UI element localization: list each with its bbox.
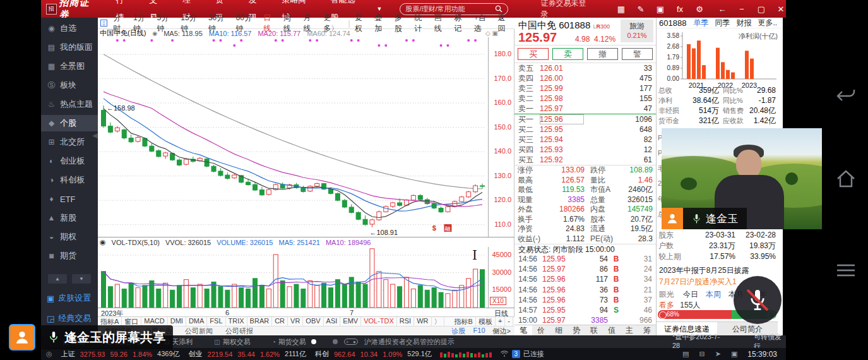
sidebar-item[interactable]: ▤ 我的版面 bbox=[41, 39, 98, 56]
sidebar-item[interactable]: ⊞ 北交所 bbox=[41, 134, 98, 150]
candlestick-chart[interactable]: ←158.98←108.91$融 bbox=[100, 37, 486, 237]
scroll-up-button[interactable]: ▲ bbox=[48, 274, 67, 284]
indicator-tab[interactable]: 〉 bbox=[432, 317, 444, 327]
fin-tab[interactable]: 更多.. bbox=[758, 18, 777, 28]
menu-caret-icon[interactable]: ▼ bbox=[370, 6, 388, 12]
quote-tab[interactable]: 笔 bbox=[514, 325, 532, 335]
sidebar-item[interactable]: ▲ 新股 bbox=[41, 210, 98, 226]
window-control-icon[interactable]: ✕ bbox=[776, 4, 786, 14]
bid-row[interactable]: 买三125.9482 bbox=[514, 135, 656, 145]
list-icon[interactable]: ▤ bbox=[682, 350, 689, 358]
nav-back-icon[interactable] bbox=[835, 85, 857, 105]
indicator-right-tab[interactable]: - bbox=[505, 317, 513, 327]
sidebar-item[interactable]: ◉ 自选 bbox=[41, 20, 98, 37]
titlebar-icon[interactable]: ▦ bbox=[616, 4, 626, 14]
bid-row[interactable]: 买一125.961096 bbox=[514, 114, 656, 124]
share-avatar[interactable] bbox=[9, 324, 35, 351]
trade-button[interactable]: 卖 bbox=[552, 48, 583, 60]
sector-badge[interactable]: 旅游 0.21% bbox=[621, 20, 653, 42]
sidebar-item[interactable]: ▦ 全景图 bbox=[41, 58, 98, 75]
indicator-tab[interactable]: DMA bbox=[186, 317, 207, 327]
presenter-video[interactable]: 逢金玉 bbox=[662, 128, 822, 229]
nav-menu-icon[interactable] bbox=[835, 263, 857, 278]
nav-home-icon[interactable] bbox=[835, 168, 857, 189]
indicator-right-tab[interactable]: 指标B bbox=[452, 317, 476, 327]
ask-row[interactable]: 卖二125.98155 bbox=[514, 93, 656, 104]
briefcase-icon[interactable]: ▣ bbox=[731, 350, 737, 358]
sidebar-item[interactable]: ◆ 个股 bbox=[41, 115, 98, 131]
indicator-tab[interactable]: TRIX bbox=[226, 317, 247, 327]
sidebar-item[interactable]: ◒ 期权 bbox=[41, 229, 98, 245]
sidebar-item[interactable]: ♦ ETF bbox=[41, 191, 98, 207]
window-control-icon[interactable]: − bbox=[737, 4, 747, 14]
sidebar-item[interactable]: ♨ 热点主题 bbox=[41, 96, 98, 112]
index-item[interactable]: 上证 3275.93 59.26 1.84% 4369亿 bbox=[61, 349, 180, 359]
indicator-toggle-icon[interactable]: ◉ bbox=[152, 30, 157, 37]
bid-row[interactable]: 买二125.95648 bbox=[514, 124, 656, 135]
window-control-icon[interactable]: ← bbox=[717, 4, 727, 14]
toolbar-item[interactable]: ◫ 期权交易 bbox=[214, 337, 250, 347]
news-line-2[interactable]: 7月27日沪股通净买入1 bbox=[659, 277, 737, 287]
quote-tab[interactable]: 筹 bbox=[638, 325, 656, 335]
trade-button[interactable]: 买 bbox=[518, 48, 549, 60]
trade-button[interactable]: 警 bbox=[622, 48, 653, 60]
bid-row[interactable]: 买五125.9261 bbox=[514, 155, 656, 165]
quote-tab[interactable]: 细 bbox=[550, 325, 568, 335]
quote-tab[interactable]: 联 bbox=[585, 325, 603, 335]
indicator-tab[interactable]: CR bbox=[272, 317, 288, 327]
pointer-icon[interactable]: ➤ bbox=[715, 350, 721, 358]
window-control-icon[interactable]: ▢ bbox=[756, 4, 766, 14]
vol-toggle-icon[interactable]: ◉ bbox=[100, 238, 106, 246]
indicator-right-tab[interactable]: + bbox=[496, 317, 505, 327]
mic-muted-button[interactable] bbox=[734, 276, 782, 324]
indicator-right-tab[interactable]: 模板 bbox=[476, 317, 496, 327]
ask-row[interactable]: 卖三125.99177 bbox=[514, 83, 656, 93]
quote-tab[interactable]: 值 bbox=[603, 325, 621, 335]
scroll-down-button[interactable]: ▼ bbox=[72, 274, 91, 284]
volume-chart[interactable] bbox=[100, 247, 486, 308]
fin-tab[interactable]: 单季 bbox=[693, 18, 708, 28]
quick-link[interactable]: 侧边> bbox=[493, 327, 511, 336]
layout-icon[interactable]: ▯ bbox=[100, 20, 107, 27]
ask-row[interactable]: 卖四126.00475 bbox=[514, 73, 656, 83]
sidebar-item[interactable]: Ⓢ 板块 bbox=[41, 77, 98, 93]
sidebar-item[interactable]: ◐ 创业板 bbox=[41, 153, 98, 169]
expand-icon[interactable]: ◎ bbox=[46, 350, 52, 358]
tick-list[interactable]: 14:56125.95 54 B 31 14:56125.97 86 B 24 … bbox=[514, 254, 656, 325]
indicator-tab[interactable]: OBV bbox=[303, 317, 323, 327]
toggle-dot[interactable] bbox=[333, 339, 338, 344]
ask-row[interactable]: 卖五126.0133 bbox=[514, 63, 656, 73]
company-link[interactable]: 公司研报 bbox=[219, 327, 259, 336]
sidebar-collapse-handle[interactable]: ◀ bbox=[92, 131, 97, 140]
indicator-tab[interactable]: WR bbox=[414, 317, 431, 327]
quote-tab[interactable]: 主 bbox=[621, 325, 638, 335]
skin-settings-link[interactable]: ▣皮肤设置 bbox=[41, 292, 98, 304]
fin-tab[interactable]: 财报 bbox=[736, 18, 751, 28]
quick-link[interactable]: F10 bbox=[473, 327, 485, 336]
company-link[interactable]: 公司新闻 bbox=[179, 327, 219, 336]
toolbar-item[interactable]: ◔ 期货交易 bbox=[272, 337, 306, 347]
quote-tab[interactable]: 势 bbox=[568, 325, 585, 335]
index-item[interactable]: 创业 2219.54 35.44 1.62% 2111亿 bbox=[189, 349, 306, 359]
chart-corner-icons[interactable]: ◇ ▣ bbox=[485, 30, 498, 37]
quick-link[interactable]: 诊股 bbox=[452, 327, 466, 336]
indicator-tab[interactable]: ASI bbox=[324, 317, 341, 327]
index-item[interactable]: 科创 962.64 10.34 1.09% 529.1亿 bbox=[315, 349, 432, 359]
indicator-tab[interactable]: FSL bbox=[207, 317, 225, 327]
titlebar-icon[interactable]: fx bbox=[675, 4, 685, 14]
fin-tab[interactable]: 同季 bbox=[715, 18, 730, 28]
indicator-tab[interactable]: VR bbox=[288, 317, 303, 327]
sidebar-item[interactable]: ◙ 期货 bbox=[41, 248, 98, 264]
indicator-tab[interactable]: EMV bbox=[340, 317, 361, 327]
eye-tab[interactable]: 本周 bbox=[706, 289, 721, 300]
login-status[interactable]: 证券交易未登录 bbox=[541, 0, 592, 20]
monitor-icon[interactable]: ⊟ bbox=[699, 350, 705, 358]
connection-status[interactable]: 已连接 bbox=[523, 349, 544, 359]
ask-row[interactable]: 卖一125.9747 bbox=[514, 104, 656, 114]
pane-divider[interactable] bbox=[98, 237, 514, 237]
classic-trade-link[interactable]: ◲经典交易 bbox=[41, 313, 98, 324]
toggle-capsule[interactable]: +● bbox=[344, 339, 358, 345]
titlebar-icon[interactable]: ✎ bbox=[636, 4, 646, 14]
trade-button[interactable]: 撤 bbox=[587, 48, 618, 60]
eye-tab[interactable]: 今日 bbox=[683, 289, 698, 300]
